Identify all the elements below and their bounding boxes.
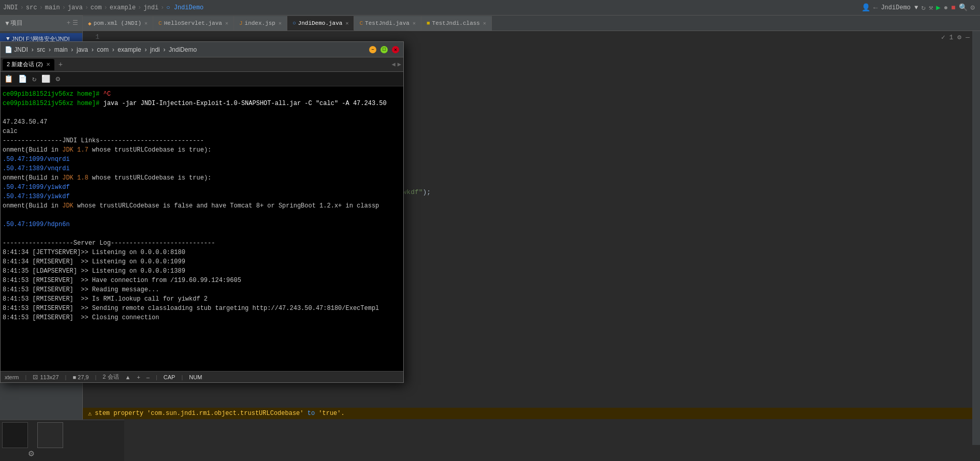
warning-text: stem property 'com.sun.jndi.rmi.object.t… — [95, 410, 344, 417]
xterm-next-icon[interactable]: ▶ — [398, 61, 401, 68]
xterm-plus-icon[interactable]: + — [137, 374, 140, 380]
tab-pom[interactable]: ◆ pom.xml (JNDI) ✕ — [83, 16, 153, 31]
tab-jndidemo[interactable]: ○ JndiDemo.java ✕ — [287, 16, 354, 31]
xterm-prev-icon[interactable]: ◀ — [392, 61, 396, 68]
xterm-close-btn[interactable]: ✕ — [392, 46, 399, 53]
xterm-cursor: ■ 27,9 — [72, 374, 89, 380]
tab-jndidemo-close[interactable]: ✕ — [345, 20, 348, 26]
xterm-maximize-btn[interactable]: □ — [381, 46, 388, 53]
refresh-icon[interactable]: ↻ — [921, 3, 925, 12]
tab-testjndiclass-close[interactable]: ✕ — [483, 20, 486, 26]
tl9-link2[interactable]: .50.47:1389/vnqrdi — [3, 165, 70, 172]
terminal-line-15: .50.47:1099/hdpn6n — [3, 220, 401, 229]
tab-indexjsp-close[interactable]: ✕ — [279, 20, 282, 26]
bc-sep6: › — [138, 4, 141, 11]
tl8-link1[interactable]: .50.47:1099/vnqrdi — [3, 156, 70, 163]
terminal-line-19: 8:41:34 [RMISERVER] >> Listening on 0.0.… — [3, 257, 401, 266]
tab-helloservlet-label: HelloServlet.java — [164, 20, 222, 26]
xterm-up-arrow[interactable]: ▲ — [125, 374, 131, 380]
xterm-config-icon[interactable]: ⚙ — [54, 75, 61, 83]
tab-testjndi-close[interactable]: ✕ — [413, 20, 416, 26]
tl2-prompt: ce09pibi8l52ijv56xz home]# — [3, 100, 103, 107]
terminal-line-2: ce09pibi8l52ijv56xz home]# java -jar JND… — [3, 99, 401, 108]
xterm-body[interactable]: ce09pibi8l52ijv56xz home]# ^C ce09pibi8l… — [1, 86, 403, 371]
bc-jndi2[interactable]: jndi — [143, 4, 158, 11]
tab-indexjsp[interactable]: J index.jsp ✕ — [234, 16, 287, 31]
search-icon[interactable]: 🔍 — [959, 3, 968, 12]
tl10-env2: onment(Build in — [3, 174, 62, 182]
tl23-log6: 8:41:53 [RMISERVER] >> Is RMI.lookup cal… — [3, 295, 208, 303]
terminal-line-11: .50.47:1099/yiwkdf — [3, 183, 401, 192]
xterm-tab-label: 2 新建会话 (2) — [7, 61, 43, 68]
tab-helloservlet-close[interactable]: ✕ — [225, 20, 228, 26]
xterm-tabs: 2 新建会话 (2) ✕ + ◀ ▶ — [1, 57, 403, 72]
tl19-log2: 8:41:34 [RMISERVER] >> Listening on 0.0.… — [3, 258, 185, 265]
bc-java[interactable]: java — [68, 4, 83, 11]
xterm-statusbar: xterm | ⮽ 113x27 | ■ 27,9 | 2 会话 ▲ + – |… — [1, 371, 403, 382]
bc-src[interactable]: src — [26, 4, 37, 11]
xterm-session: 2 会话 — [103, 373, 119, 381]
gear-icon-bottom[interactable]: ⚙ — [28, 448, 34, 459]
terminal-line-18: 8:41:34 [JETTYSERVER]>> Listening on 0.0… — [3, 248, 401, 257]
terminal-line-4: 47.243.50.47 — [3, 117, 401, 127]
user-icon[interactable]: 👤 — [861, 3, 870, 12]
breadcrumb: JNDI › src › main › java › com › example… — [0, 4, 207, 11]
tab-testjndi[interactable]: C TestJndi.java ✕ — [354, 16, 421, 31]
bc-sep5: › — [104, 4, 107, 11]
tab-testjndiclass[interactable]: ■ TestJndi.class ✕ — [421, 16, 492, 31]
terminal-line-23: 8:41:53 [RMISERVER] >> Is RMI.lookup cal… — [3, 294, 401, 304]
xterm-tab-nav: ◀ ▶ — [392, 61, 401, 68]
xterm-sep5: | — [181, 374, 183, 380]
cls-semi: ); — [423, 188, 431, 196]
xterm-sep4: | — [156, 374, 157, 380]
stop-btn[interactable]: ■ — [951, 4, 955, 12]
thumbnail-area — [0, 420, 124, 461]
run-icon[interactable]: ▶ — [936, 3, 940, 12]
xterm-term-type: xterm — [5, 374, 19, 380]
debug-icon[interactable]: ● — [944, 4, 948, 12]
bc-jndi[interactable]: JNDI — [3, 4, 18, 11]
xterm-tab-add[interactable]: + — [56, 61, 65, 69]
settings-icon[interactable]: ⚙ — [971, 3, 975, 12]
xterm-window-controls: – □ ✕ — [369, 46, 399, 53]
build-icon[interactable]: ⚒ — [929, 3, 933, 12]
code-collapse-icon[interactable]: — — [966, 34, 970, 41]
xterm-minimize-btn[interactable]: – — [369, 46, 376, 53]
warning-prefix: stem property 'com.sun.jndi.rmi.object.t… — [95, 410, 307, 417]
terminal-line-17: -------------------Server Log-----------… — [3, 239, 401, 248]
tab-helloservlet[interactable]: C HelloServlet.java ✕ — [153, 16, 234, 31]
xterm-split-icon[interactable]: ⬜ — [40, 75, 52, 83]
thumb-2[interactable] — [37, 422, 63, 448]
tl6-div1: ----------------JNDI Links--------------… — [3, 137, 204, 144]
terminal-line-16 — [3, 229, 401, 239]
tab-pom-close[interactable]: ✕ — [144, 20, 148, 26]
tl15-link5[interactable]: .50.47:1099/hdpn6n — [3, 221, 70, 228]
thumb-1[interactable] — [2, 422, 28, 448]
sidebar-menu-icon[interactable]: ☰ — [72, 19, 78, 27]
bc-example[interactable]: example — [110, 4, 136, 11]
terminal-line-3 — [3, 108, 401, 117]
xterm-zoom-icon[interactable]: ↻ — [31, 75, 38, 83]
xterm-tab-close[interactable]: ✕ — [46, 62, 50, 67]
xterm-copy-icon[interactable]: 📋 — [3, 75, 14, 83]
tl13-env3: onment(Build in — [3, 202, 62, 210]
tl11-link3[interactable]: .50.47:1099/yiwkdf — [3, 184, 70, 191]
sidebar-add-icon[interactable]: + — [67, 20, 70, 27]
project-dropdown[interactable]: JndiDemo ▼ — [881, 4, 918, 11]
xterm-tab-main[interactable]: 2 新建会话 (2) ✕ — [3, 59, 54, 70]
tl1-ctrl-c: ^C — [103, 91, 110, 98]
tl7-jdk17: JDK 1.7 — [62, 146, 88, 154]
bc-file[interactable]: ○ JndiDemo — [166, 4, 203, 11]
xterm-minus-icon[interactable]: – — [147, 374, 150, 380]
xterm-paste-icon[interactable]: 📄 — [17, 75, 28, 83]
terminal-line-8: .50.47:1099/vnqrdi — [3, 155, 401, 164]
bc-com[interactable]: com — [91, 4, 102, 11]
code-scrollbar[interactable] — [972, 31, 980, 445]
back-icon[interactable]: ← — [873, 4, 877, 12]
code-settings-icon[interactable]: ⚙ — [957, 33, 961, 41]
bc-sep4: › — [85, 4, 89, 11]
tl12-link4[interactable]: .50.47:1389/yiwkdf — [3, 193, 70, 200]
bc-main[interactable]: main — [45, 4, 60, 11]
sidebar-header: ▼ 项目 + ☰ — [0, 16, 82, 31]
terminal-line-22: 8:41:53 [RMISERVER] >> Reading message..… — [3, 285, 401, 294]
